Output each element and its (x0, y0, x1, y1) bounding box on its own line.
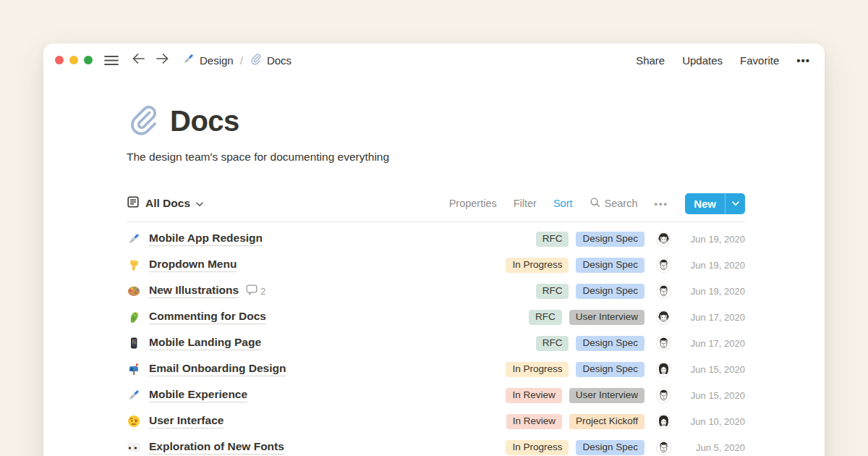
comment-count: 2 (260, 286, 265, 297)
tag: User Interview (569, 388, 644, 403)
doc-title-link[interactable]: Dropdown Menu (149, 258, 237, 272)
paperclip-icon (250, 53, 262, 67)
comment-icon (246, 284, 258, 297)
doc-date: Jun 10, 2020 (681, 416, 745, 427)
view-label: All Docs (145, 197, 190, 210)
tag-group: In ProgressDesign Spec (506, 258, 644, 273)
page-title: Docs (170, 105, 239, 138)
doc-date: Jun 19, 2020 (681, 260, 745, 271)
table-row[interactable]: Exploration of New FontsIn ProgressDesig… (127, 434, 745, 456)
avatar (656, 232, 671, 247)
tag: Design Spec (576, 284, 644, 299)
more-options-icon[interactable]: ••• (796, 54, 810, 67)
avatar (656, 258, 671, 273)
table-row[interactable]: Mobile Landing PageRFCDesign SpecJun 17,… (127, 330, 745, 356)
forward-arrow-icon[interactable] (156, 53, 169, 67)
breadcrumb-item-design[interactable]: Design (182, 53, 234, 67)
desktop-background: Design / Docs Share Updates Favorite ••• (0, 0, 868, 456)
eyes-icon (127, 441, 140, 455)
app-window: Design / Docs Share Updates Favorite ••• (43, 43, 825, 456)
tag: Design Spec (576, 440, 644, 455)
tag: Design Spec (576, 336, 644, 351)
tag: Design Spec (576, 258, 644, 273)
window-topbar: Design / Docs Share Updates Favorite ••• (43, 43, 825, 77)
share-button[interactable]: Share (636, 54, 665, 67)
tag-group: In ReviewProject Kickoff (506, 414, 644, 429)
doc-title-link[interactable]: Email Onboarding Design (149, 362, 286, 376)
tag-group: RFCDesign Spec (536, 336, 644, 351)
doc-date: Jun 19, 2020 (681, 286, 745, 297)
avatar (656, 440, 671, 455)
breadcrumb: Design / Docs (182, 53, 292, 67)
page-paperclip-icon[interactable] (127, 103, 160, 139)
close-window-icon[interactable] (55, 56, 64, 64)
tag: RFC (536, 336, 569, 351)
tag: RFC (529, 310, 562, 325)
properties-button[interactable]: Properties (449, 198, 497, 209)
zoom-window-icon[interactable] (84, 56, 93, 64)
docs-table: Mobile App RedesignRFCDesign SpecJun 19,… (127, 226, 745, 456)
tag-group: In ReviewUser Interview (506, 388, 644, 403)
minimize-window-icon[interactable] (69, 56, 78, 64)
page-subtitle: The design team's space for documenting … (127, 151, 745, 164)
doc-date: Jun 5, 2020 (681, 442, 745, 453)
doc-title-link[interactable]: Exploration of New Fonts (149, 440, 284, 455)
table-row[interactable]: Mobile ExperienceIn ReviewUser Interview… (127, 382, 745, 408)
journal-icon (127, 195, 140, 211)
table-toolbar: All Docs Properties Filter Sort Search (127, 191, 745, 216)
favorite-button[interactable]: Favorite (740, 54, 779, 67)
search-label: Search (605, 198, 638, 209)
tag: In Review (506, 414, 562, 429)
parrot-icon (127, 311, 140, 324)
comment-count-badge[interactable]: 2 (246, 284, 265, 297)
avatar (656, 336, 671, 351)
table-row[interactable]: Email Onboarding DesignIn ProgressDesign… (127, 356, 745, 382)
sidebar-menu-icon[interactable] (104, 55, 119, 66)
sort-button[interactable]: Sort (553, 198, 573, 209)
tag-group: RFCUser Interview (529, 310, 644, 325)
avatar (656, 362, 671, 377)
doc-title-link[interactable]: Mobile Experience (149, 388, 247, 402)
face-raised-eyebrow-icon (127, 415, 140, 428)
table-row[interactable]: User InterfaceIn ReviewProject KickoffJu… (127, 408, 745, 434)
table-row[interactable]: Mobile App RedesignRFCDesign SpecJun 19,… (127, 226, 745, 252)
new-button[interactable]: New (685, 193, 745, 214)
table-row[interactable]: Dropdown MenuIn ProgressDesign SpecJun 1… (127, 252, 745, 278)
new-button-caret[interactable] (726, 193, 745, 214)
breadcrumb-label: Docs (267, 54, 292, 67)
back-arrow-icon[interactable] (132, 53, 145, 67)
avatar (656, 284, 671, 299)
search-button[interactable]: Search (590, 197, 638, 210)
tag: Design Spec (576, 232, 644, 247)
breadcrumb-label: Design (200, 54, 234, 67)
mobile-phone-icon (127, 337, 140, 350)
filter-button[interactable]: Filter (514, 198, 537, 209)
avatar (656, 414, 671, 429)
doc-date: Jun 17, 2020 (681, 338, 745, 349)
doc-title-link[interactable]: Mobile App Redesign (149, 232, 263, 246)
breadcrumb-separator: / (239, 54, 244, 67)
paintbrush-icon (127, 232, 140, 246)
doc-title-link[interactable]: User Interface (149, 414, 224, 428)
doc-title-link[interactable]: Mobile Landing Page (149, 336, 261, 350)
palette-icon (127, 284, 140, 298)
avatar (656, 388, 671, 403)
tag-group: RFCDesign Spec (536, 232, 644, 247)
view-switcher[interactable]: All Docs (127, 195, 203, 211)
tag-group: In ProgressDesign Spec (506, 362, 644, 377)
breadcrumb-item-docs[interactable]: Docs (250, 53, 292, 67)
tag: Project Kickoff (569, 414, 644, 429)
window-controls (55, 56, 93, 64)
doc-title-link[interactable]: Commenting for Docs (149, 310, 266, 324)
table-row[interactable]: Commenting for DocsRFCUser InterviewJun … (127, 304, 745, 330)
tag: User Interview (569, 310, 644, 325)
paintbrush-icon (127, 389, 140, 402)
search-icon (590, 197, 600, 210)
updates-button[interactable]: Updates (682, 54, 723, 67)
tag: In Review (506, 388, 561, 403)
toolbar-more-icon[interactable]: ••• (655, 198, 669, 209)
table-row[interactable]: New Illustrations2RFCDesign SpecJun 19, … (127, 278, 745, 304)
doc-title-link[interactable]: New Illustrations (149, 284, 239, 298)
doc-date: Jun 19, 2020 (681, 234, 745, 245)
tag: In Progress (506, 362, 569, 377)
